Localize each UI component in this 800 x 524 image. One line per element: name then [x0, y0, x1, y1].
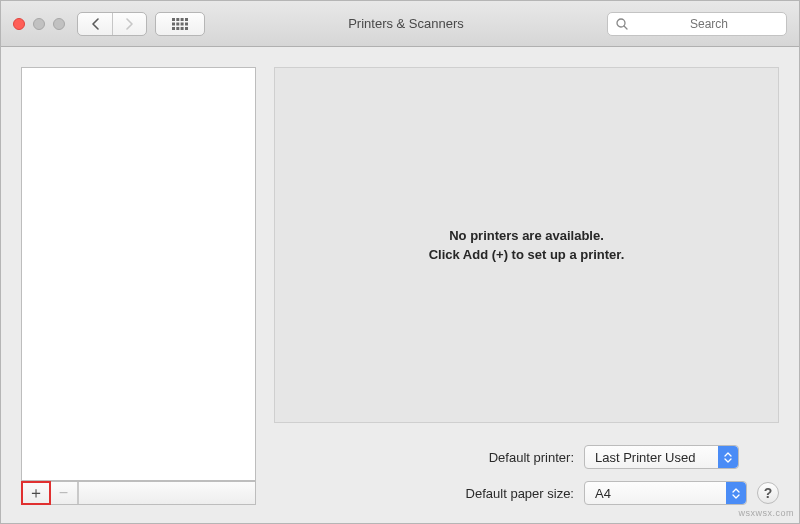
- printer-list[interactable]: [21, 67, 256, 481]
- svg-rect-0: [172, 18, 175, 21]
- remove-printer-button: −: [50, 482, 78, 504]
- default-paper-row: Default paper size: A4 ?: [274, 481, 779, 505]
- minimize-window-button[interactable]: [33, 18, 45, 30]
- default-paper-value: A4: [595, 486, 611, 501]
- default-paper-label: Default paper size:: [274, 486, 574, 501]
- help-icon: ?: [764, 485, 773, 501]
- svg-rect-2: [181, 18, 184, 21]
- empty-state-line1: No printers are available.: [449, 226, 604, 246]
- default-printer-row: Default printer: Last Printer Used: [274, 445, 779, 469]
- bottom-controls: Default printer: Last Printer Used Defau…: [274, 423, 779, 505]
- chevron-left-icon: [91, 18, 100, 30]
- svg-rect-10: [181, 27, 184, 30]
- select-stepper-icon: [718, 446, 738, 468]
- preferences-window: Printers & Scanners ＋ − No printers are …: [0, 0, 800, 524]
- svg-rect-9: [176, 27, 179, 30]
- svg-rect-4: [172, 22, 175, 25]
- svg-rect-3: [185, 18, 188, 21]
- minus-icon: −: [59, 484, 68, 502]
- window-title: Printers & Scanners: [213, 16, 599, 31]
- default-printer-label: Default printer:: [274, 450, 574, 465]
- close-window-button[interactable]: [13, 18, 25, 30]
- back-button[interactable]: [78, 13, 112, 35]
- svg-rect-8: [172, 27, 175, 30]
- footer-spacer: [78, 482, 255, 504]
- watermark: wsxwsx.com: [738, 508, 794, 518]
- search-input[interactable]: [634, 17, 784, 31]
- default-paper-select[interactable]: A4: [584, 481, 747, 505]
- svg-line-13: [624, 26, 627, 29]
- content-area: ＋ − No printers are available. Click Add…: [1, 47, 799, 523]
- nav-back-forward: [77, 12, 147, 36]
- plus-icon: ＋: [28, 483, 44, 504]
- show-all-button[interactable]: [155, 12, 205, 36]
- detail-column: No printers are available. Click Add (+)…: [274, 67, 779, 505]
- help-button[interactable]: ?: [757, 482, 779, 504]
- window-controls: [13, 18, 65, 30]
- search-field[interactable]: [607, 12, 787, 36]
- forward-button[interactable]: [112, 13, 146, 35]
- titlebar: Printers & Scanners: [1, 1, 799, 47]
- svg-rect-7: [185, 22, 188, 25]
- svg-rect-11: [185, 27, 188, 30]
- empty-state-panel: No printers are available. Click Add (+)…: [274, 67, 779, 423]
- default-printer-value: Last Printer Used: [595, 450, 695, 465]
- search-icon: [616, 18, 628, 30]
- zoom-window-button[interactable]: [53, 18, 65, 30]
- grid-icon: [172, 18, 188, 30]
- printer-list-column: ＋ −: [21, 67, 256, 505]
- chevron-right-icon: [125, 18, 134, 30]
- svg-rect-6: [181, 22, 184, 25]
- add-printer-button[interactable]: ＋: [22, 482, 50, 504]
- default-printer-select[interactable]: Last Printer Used: [584, 445, 739, 469]
- list-footer: ＋ −: [21, 481, 256, 505]
- svg-rect-1: [176, 18, 179, 21]
- empty-state-line2: Click Add (+) to set up a printer.: [429, 245, 625, 265]
- svg-rect-5: [176, 22, 179, 25]
- select-stepper-icon: [726, 482, 746, 504]
